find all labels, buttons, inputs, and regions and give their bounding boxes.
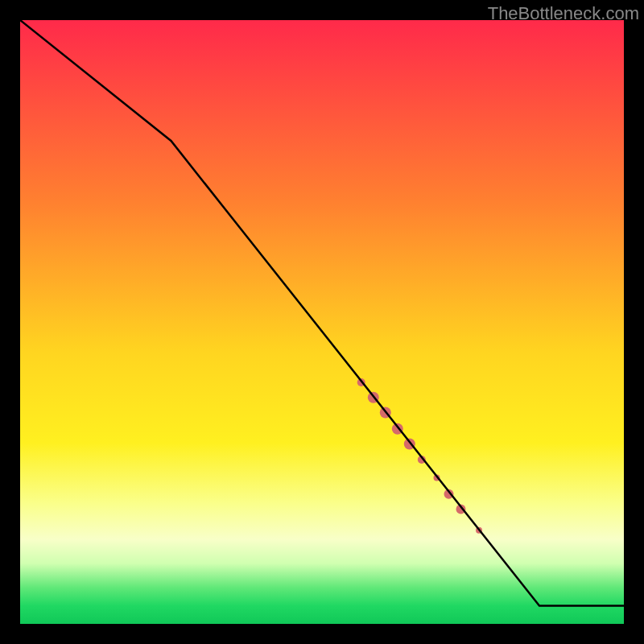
plot-area [20,20,624,624]
watermark-text: TheBottleneck.com [488,3,639,24]
chart-overlay [20,20,624,624]
data-line [20,20,624,606]
